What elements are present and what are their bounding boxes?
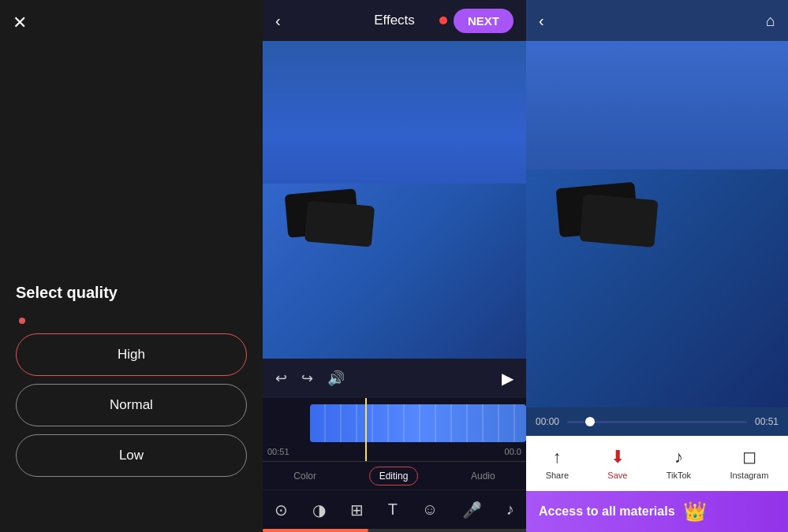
save-progress-bar[interactable] <box>567 421 747 423</box>
timeline-time-right: 00.0 <box>505 447 521 456</box>
save-video-main <box>526 169 788 407</box>
save-panel: ‹ ⌂ 00:00 00:51 ↑ Share ⬇ Save ♪ TikTok … <box>526 0 788 532</box>
filter-icon[interactable]: ⊙ <box>274 500 288 519</box>
effects-back-button[interactable]: ‹ <box>275 12 281 30</box>
instagram-label: Instagram <box>730 471 768 480</box>
tiktok-label: TikTok <box>667 471 691 480</box>
share-label: Share <box>546 471 569 480</box>
quality-panel: ✕ Select quality High Normal Low <box>0 0 263 532</box>
save-icon: ⬇ <box>611 447 625 467</box>
save-video-top <box>526 41 788 169</box>
effects-next-button[interactable]: NEXT <box>454 9 514 33</box>
text-icon[interactable]: T <box>388 500 398 519</box>
emoji-icon[interactable]: ☺ <box>422 500 438 519</box>
effects-tools: ⊙ ◑ ⊞ T ☺ 🎤 ♪ <box>263 489 526 529</box>
save-actions: ↑ Share ⬇ Save ♪ TikTok ◻ Instagram <box>526 436 788 491</box>
volume-icon[interactable]: 🔊 <box>327 370 345 387</box>
timeline-strip <box>310 404 526 442</box>
effects-title: Effects <box>374 13 415 28</box>
quality-high-button[interactable]: High <box>16 333 247 376</box>
save-video-area <box>526 41 788 407</box>
access-banner-text: Access to all materials <box>539 504 675 519</box>
tab-color[interactable]: Color <box>284 467 326 485</box>
save-timeline: 00:00 00:51 <box>526 407 788 436</box>
tab-editing[interactable]: Editing <box>369 467 419 485</box>
timeline-time-left: 00:51 <box>267 447 289 456</box>
share-icon: ↑ <box>553 447 562 467</box>
adjust-icon[interactable]: ◑ <box>312 500 326 519</box>
effects-timeline[interactable]: 00:51 00.0 <box>263 398 526 461</box>
save-label: Save <box>607 471 627 480</box>
effects-header-right: NEXT <box>439 9 514 33</box>
play-button[interactable]: ▶ <box>502 369 514 388</box>
instagram-action[interactable]: ◻ Instagram <box>730 447 768 480</box>
music-icon[interactable]: ♪ <box>506 500 514 519</box>
quality-dot <box>19 318 25 324</box>
quality-normal-button[interactable]: Normal <box>16 384 247 426</box>
crown-icon: 👑 <box>683 500 707 523</box>
effects-progress-fill <box>263 529 368 532</box>
video-preview <box>263 41 526 359</box>
effects-progress <box>263 529 526 532</box>
share-action[interactable]: ↑ Share <box>546 447 569 480</box>
save-time-start: 00:00 <box>536 416 559 427</box>
save-back-button[interactable]: ‹ <box>539 12 544 30</box>
effects-video-area <box>263 41 526 359</box>
save-progress-thumb <box>585 417 595 426</box>
home-button[interactable]: ⌂ <box>766 12 775 30</box>
mic-icon[interactable]: 🎤 <box>462 500 482 519</box>
save-action[interactable]: ⬇ Save <box>607 447 627 480</box>
record-dot <box>439 17 447 24</box>
effects-panel: ‹ Effects NEXT ↩ ↪ 🔊 ▶ 00:51 00.0 Color … <box>263 0 526 532</box>
quality-content: Select quality High Normal Low <box>0 0 263 532</box>
phone-scene <box>263 184 526 359</box>
effects-tabs: Color Editing Audio <box>263 461 526 489</box>
effects-controls: ↩ ↪ 🔊 ▶ <box>263 359 526 398</box>
undo-icon[interactable]: ↩ <box>275 370 287 387</box>
timeline-playhead <box>365 398 367 461</box>
quality-title: Select quality <box>16 284 247 302</box>
redo-icon[interactable]: ↪ <box>301 370 313 387</box>
close-button[interactable]: ✕ <box>13 13 27 33</box>
crop-icon[interactable]: ⊞ <box>350 500 364 519</box>
quality-low-button[interactable]: Low <box>16 434 247 477</box>
tiktok-action[interactable]: ♪ TikTok <box>667 447 691 480</box>
access-banner[interactable]: Access to all materials 👑 <box>526 491 788 532</box>
effects-header: ‹ Effects NEXT <box>263 0 526 41</box>
save-header: ‹ ⌂ <box>526 0 788 41</box>
save-time-end: 00:51 <box>755 416 779 427</box>
tiktok-icon: ♪ <box>674 447 683 467</box>
tab-audio[interactable]: Audio <box>461 467 505 485</box>
instagram-icon: ◻ <box>742 447 756 467</box>
